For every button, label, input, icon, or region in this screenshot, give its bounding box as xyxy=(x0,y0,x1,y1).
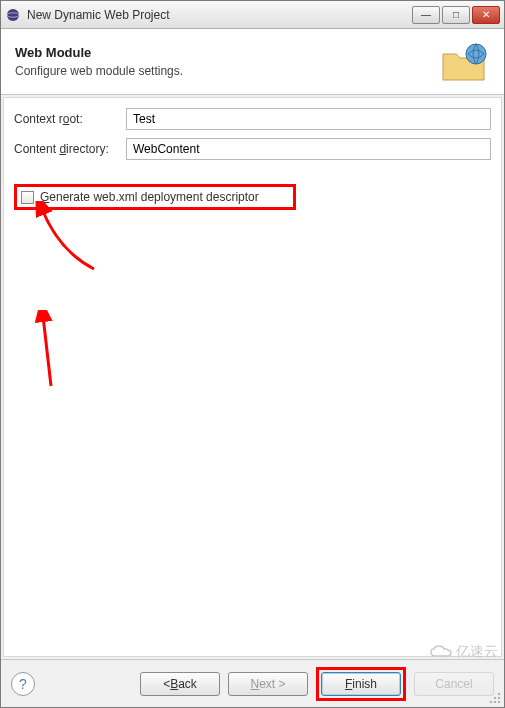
annotation-arrow-icon xyxy=(25,310,65,390)
context-root-input[interactable] xyxy=(126,108,491,130)
folder-globe-icon xyxy=(440,40,490,84)
generate-webxml-checkbox[interactable] xyxy=(21,191,34,204)
context-root-label: Context root: xyxy=(14,112,126,126)
svg-point-5 xyxy=(498,697,500,699)
page-subtitle: Configure web module settings. xyxy=(15,64,430,78)
minimize-button[interactable]: — xyxy=(412,6,440,24)
generate-webxml-highlight: Generate web.xml deployment descriptor xyxy=(14,184,296,210)
content-dir-row: Content directory: xyxy=(14,138,491,160)
finish-highlight: Finish xyxy=(316,667,406,701)
annotation-arrow-icon xyxy=(34,201,104,273)
titlebar-title: New Dynamic Web Project xyxy=(27,8,412,22)
content-dir-label: Content directory: xyxy=(14,142,126,156)
finish-button[interactable]: Finish xyxy=(321,672,401,696)
back-button[interactable]: < Back xyxy=(140,672,220,696)
content-area: Context root: Content directory: Generat… xyxy=(3,97,502,657)
cancel-button[interactable]: Cancel xyxy=(414,672,494,696)
content-dir-input[interactable] xyxy=(126,138,491,160)
generate-webxml-label: Generate web.xml deployment descriptor xyxy=(40,190,259,204)
button-bar: ? < Back Next > Finish Cancel xyxy=(1,659,504,707)
page-title: Web Module xyxy=(15,45,430,60)
svg-point-0 xyxy=(7,9,19,21)
svg-point-6 xyxy=(490,701,492,703)
svg-point-7 xyxy=(494,701,496,703)
dialog-window: New Dynamic Web Project — □ ✕ Web Module… xyxy=(0,0,505,708)
help-button[interactable]: ? xyxy=(11,672,35,696)
titlebar: New Dynamic Web Project — □ ✕ xyxy=(1,1,504,29)
window-controls: — □ ✕ xyxy=(412,6,500,24)
resize-grip-icon[interactable] xyxy=(488,691,502,705)
svg-point-8 xyxy=(498,701,500,703)
close-button[interactable]: ✕ xyxy=(472,6,500,24)
eclipse-icon xyxy=(5,7,21,23)
wizard-header: Web Module Configure web module settings… xyxy=(1,29,504,95)
context-root-row: Context root: xyxy=(14,108,491,130)
svg-point-2 xyxy=(466,44,486,64)
next-button: Next > xyxy=(228,672,308,696)
maximize-button[interactable]: □ xyxy=(442,6,470,24)
svg-point-4 xyxy=(494,697,496,699)
svg-point-3 xyxy=(498,693,500,695)
